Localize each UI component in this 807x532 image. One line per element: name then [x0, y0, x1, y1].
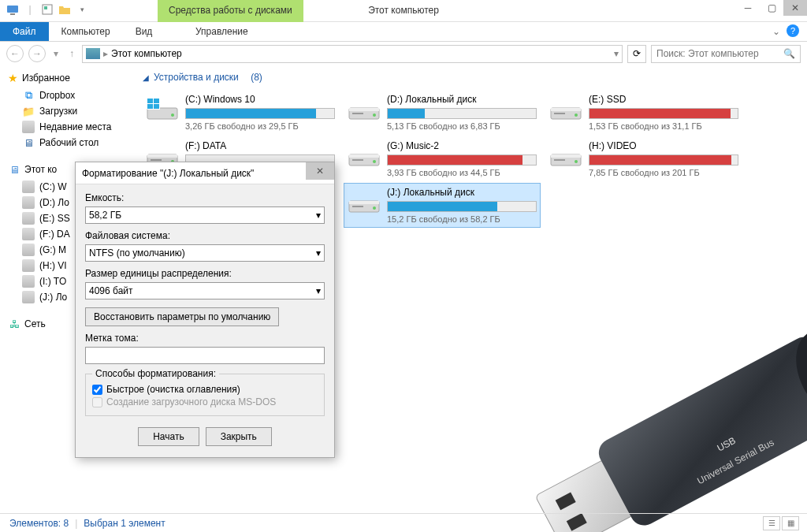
drive-name: (D:) Локальный диск [387, 94, 537, 105]
nav-history-dropdown[interactable]: ▾ [50, 45, 61, 62]
drive-free-text: 3,93 ГБ свободно из 44,5 ГБ [387, 168, 537, 177]
svg-rect-6 [147, 99, 153, 103]
sidebar-item-recent[interactable]: Недавние места [8, 119, 122, 135]
restore-defaults-button[interactable]: Восстановить параметры по умолчанию [85, 307, 279, 326]
drive-item[interactable]: (J:) Локальный диск 15,2 ГБ свободно из … [344, 184, 540, 227]
chevron-down-icon: ▾ [316, 247, 321, 259]
svg-rect-1 [10, 13, 15, 15]
nav-bar: ← → ▾ ↑ ▸ Этот компьютер ▾ ⟳ 🔍 [0, 42, 807, 65]
quick-format-checkbox[interactable]: Быстрое (очистка оглавления) [92, 384, 318, 395]
qat-properties-icon[interactable] [41, 3, 54, 16]
svg-point-13 [373, 113, 376, 117]
nav-back-button[interactable]: ← [6, 45, 24, 62]
filesystem-label: Файловая система: [85, 230, 325, 241]
drive-name: (G:) Music-2 [387, 140, 537, 151]
filesystem-select[interactable]: NTFS (по умолчанию)▾ [85, 244, 325, 262]
sidebar-item-dropbox[interactable]: ⧉Dropbox [8, 87, 122, 103]
capacity-label: Емкость: [85, 192, 325, 203]
address-location[interactable]: Этот компьютер [111, 48, 182, 59]
view-icons-button[interactable]: ▦ [782, 516, 799, 530]
svg-rect-3 [44, 6, 47, 9]
allocation-select[interactable]: 4096 байт▾ [85, 282, 325, 299]
usb-flash-drive-image: USB Universal Serial Bus [489, 329, 807, 532]
folder-icon: 📁 [22, 105, 35, 117]
svg-point-29 [575, 160, 578, 163]
drive-icon [146, 94, 179, 124]
desktop-icon: 🖥 [22, 136, 35, 149]
maximize-button[interactable]: ▢ [760, 0, 783, 16]
volume-label-input[interactable] [85, 347, 325, 364]
sidebar-item-desktop[interactable]: 🖥Рабочий стол [8, 135, 122, 151]
nav-forward-button[interactable]: → [28, 45, 46, 62]
msdos-boot-checkbox: Создание загрузочного диска MS-DOS [92, 396, 318, 407]
drive-icon [348, 140, 381, 170]
svg-rect-0 [7, 6, 18, 13]
format-options-group: Способы форматирования: Быстрое (очистка… [85, 374, 325, 416]
qat-new-folder-icon[interactable] [58, 3, 71, 16]
nav-up-button[interactable]: ↑ [66, 45, 77, 62]
drive-free-text: 1,53 ГБ свободно из 31,1 ГБ [589, 121, 738, 131]
status-selection: Выбран 1 элемент [84, 518, 165, 529]
drive-item[interactable]: (D:) Локальный диск 5,13 ГБ свободно из … [344, 91, 540, 134]
drive-icon [22, 180, 35, 193]
svg-rect-9 [154, 104, 159, 109]
svg-rect-14 [352, 113, 363, 114]
view-details-button[interactable]: ☰ [763, 516, 780, 530]
svg-rect-34 [352, 206, 363, 207]
qat-dropdown-icon[interactable]: ▾ [76, 3, 88, 16]
drive-item[interactable]: (G:) Music-2 3,93 ГБ свободно из 44,5 ГБ [344, 137, 540, 180]
svg-rect-12 [349, 108, 379, 111]
tab-view[interactable]: Вид [123, 22, 165, 41]
drive-icon [348, 187, 381, 217]
drive-icon [22, 244, 35, 256]
svg-rect-24 [349, 154, 379, 158]
dropbox-icon: ⧉ [22, 89, 35, 102]
search-box[interactable]: 🔍 [651, 45, 801, 63]
ribbon-tabs: Файл Компьютер Вид Управление ⌄ ? [0, 22, 807, 42]
drive-item[interactable]: (H:) VIDEO 7,85 ГБ свободно из 201 ГБ [546, 137, 742, 180]
svg-rect-7 [154, 99, 159, 103]
search-input[interactable] [656, 48, 783, 59]
sidebar-favorites-header[interactable]: ★Избранное [8, 72, 122, 84]
sidebar-item-downloads[interactable]: 📁Загрузки [8, 103, 122, 119]
qat-pc-icon[interactable] [6, 3, 19, 16]
context-tab-drive-tools[interactable]: Средства работы с дисками [158, 0, 303, 22]
dialog-close-button[interactable]: ✕ [306, 162, 334, 180]
svg-point-25 [373, 160, 376, 163]
search-icon[interactable]: 🔍 [783, 48, 795, 59]
tab-computer[interactable]: Компьютер [49, 22, 123, 41]
drive-name: (H:) VIDEO [589, 140, 738, 151]
address-bar[interactable]: ▸ Этот компьютер ▾ [82, 45, 623, 63]
tab-manage[interactable]: Управление [172, 22, 272, 41]
close-button[interactable]: ✕ [783, 0, 807, 16]
allocation-label: Размер единицы распределения: [85, 268, 325, 279]
svg-point-33 [373, 206, 376, 210]
tab-file[interactable]: Файл [0, 22, 49, 41]
drive-item[interactable]: (E:) SSD 1,53 ГБ свободно из 31,1 ГБ [546, 91, 742, 134]
capacity-bar [589, 154, 738, 166]
status-bar: Элементов: 8 | Выбран 1 элемент ☰ ▦ [0, 513, 807, 532]
drive-free-text: 3,26 ГБ свободно из 29,5 ГБ [185, 121, 335, 131]
window-title: Этот компьютер [368, 5, 439, 16]
recent-icon [22, 121, 35, 133]
svg-rect-22 [151, 159, 162, 161]
help-icon[interactable]: ? [787, 24, 799, 37]
refresh-button[interactable]: ⟳ [627, 45, 646, 63]
capacity-bar [387, 108, 537, 119]
address-dropdown-icon[interactable]: ▾ [614, 48, 619, 59]
section-header-devices[interactable]: ◢ Устройства и диски (8) [143, 72, 794, 83]
capacity-select[interactable]: 58,2 ГБ▾ [85, 206, 325, 224]
format-options-legend: Способы форматирования: [92, 368, 219, 379]
dialog-titlebar[interactable]: Форматирование "(J:) Локальный диск" ✕ [76, 162, 334, 184]
breadcrumb-chevron-icon[interactable]: ▸ [103, 48, 108, 59]
collapse-ribbon-icon[interactable]: ⌄ [772, 26, 780, 37]
drive-item[interactable]: (C:) Windows 10 3,26 ГБ свободно из 29,5… [143, 91, 338, 134]
close-dialog-button[interactable]: Закрыть [206, 427, 272, 446]
minimize-button[interactable]: ─ [736, 0, 760, 16]
svg-rect-8 [147, 104, 153, 109]
svg-rect-16 [551, 108, 581, 111]
svg-rect-4 [147, 108, 177, 119]
volume-label-label: Метка тома: [85, 333, 325, 344]
start-button[interactable]: Начать [138, 427, 199, 446]
capacity-bar [387, 154, 537, 166]
